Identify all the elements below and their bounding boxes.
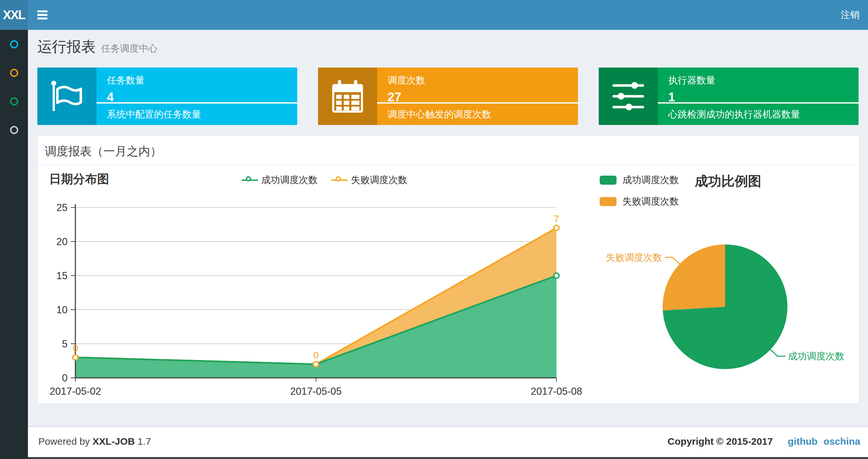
powered-by-text: Powered by XXL-JOB 1.7	[38, 436, 151, 447]
pie-chart-legend: 成功调度次数失败调度次数	[600, 174, 679, 217]
sliders-icon	[599, 67, 658, 125]
github-link[interactable]: github	[788, 436, 818, 447]
x-tick-label: 2017-05-08	[531, 386, 583, 397]
sidebar-nav	[0, 30, 28, 459]
report-panel: 调度报表（一月之内） 日期分布图 成功调度次数失败调度次数 0510152025…	[37, 135, 859, 403]
data-label: 0	[73, 343, 78, 354]
logout-link[interactable]: 注销	[841, 0, 860, 30]
pie-chart-canvas: 成功调度次数失败调度次数	[587, 214, 860, 396]
data-label: 7	[554, 213, 559, 224]
product-name: XXL-JOB	[93, 436, 135, 447]
pie-chart-title: 成功比例图	[671, 172, 785, 190]
circle-icon	[10, 97, 18, 105]
pie-label-line	[770, 349, 785, 356]
stat-desc: 心跳检测成功的执行器机器数量	[668, 108, 800, 121]
sidebar-item-joblog[interactable]	[0, 87, 28, 116]
data-label: 0	[313, 350, 319, 360]
copyright-text: Copyright © 2015-2017	[668, 436, 773, 447]
stat-label: 调度次数	[388, 74, 578, 87]
date-distribution-chart: 日期分布图 成功调度次数失败调度次数 05101520252017-05-022…	[38, 165, 587, 403]
legend-swatch-icon	[600, 197, 617, 206]
legend-swatch-icon	[600, 175, 617, 185]
y-tick-label: 20	[57, 236, 68, 248]
stat-label: 执行器数量	[668, 74, 859, 87]
divider	[658, 102, 859, 103]
circle-icon	[10, 126, 18, 134]
failed-point	[313, 362, 319, 367]
main-footer: Powered by XXL-JOB 1.7 Copyright © 2015-…	[28, 426, 868, 457]
y-tick-label: 5	[62, 338, 68, 350]
panel-body: 日期分布图 成功调度次数失败调度次数 05101520252017-05-022…	[38, 165, 859, 403]
page-title: 运行报表	[37, 38, 96, 55]
failed-point	[73, 355, 78, 360]
stat-card-triggers: 调度次数 27 调度中心触发的调度次数	[318, 67, 578, 125]
product-version: 1.7	[137, 436, 151, 447]
sidebar-item-jobs[interactable]	[0, 59, 28, 87]
stat-desc: 调度中心触发的调度次数	[388, 108, 491, 121]
success-point	[554, 273, 559, 278]
legend-label: 成功调度次数	[622, 174, 679, 187]
pie-label-line	[665, 257, 680, 265]
pie-slice-label: 失败调度次数	[606, 252, 662, 263]
y-tick-label: 0	[62, 372, 68, 384]
panel-header: 调度报表（一月之内）	[38, 136, 859, 165]
x-tick-label: 2017-05-05	[290, 386, 342, 397]
stat-card-jobs: 任务数量 4 系统中配置的任务数量	[37, 67, 297, 125]
circle-icon	[10, 69, 18, 77]
y-tick-label: 10	[57, 304, 68, 316]
divider	[377, 102, 578, 103]
pie-slice	[663, 244, 725, 310]
footer-right: Copyright © 2015-2017githuboschina	[668, 436, 860, 447]
pie-slice-label: 成功调度次数	[788, 351, 844, 361]
y-tick-label: 25	[57, 202, 68, 213]
x-tick-label: 2017-05-02	[50, 386, 101, 397]
app-logo[interactable]: XXL	[0, 0, 28, 30]
window-bottom-edge	[28, 457, 868, 459]
stat-label: 任务数量	[107, 74, 297, 87]
y-tick-label: 15	[57, 270, 68, 282]
sidebar-toggle-button[interactable]	[30, 0, 55, 30]
xxl-job-dashboard: XXL 注销 运行报表任务调度中心	[0, 0, 868, 459]
oschina-link[interactable]: oschina	[824, 436, 860, 447]
sidebar-item-report[interactable]	[0, 30, 28, 59]
legend-label: 失败调度次数	[622, 195, 679, 208]
legend-item[interactable]: 失败调度次数	[600, 195, 679, 208]
flag-icon	[37, 67, 96, 125]
page-subtitle: 任务调度中心	[101, 43, 158, 54]
circle-icon	[10, 40, 18, 48]
panel-title: 调度报表（一月之内）	[45, 143, 162, 159]
page-header: 运行报表任务调度中心	[37, 37, 158, 57]
stat-card-executors: 执行器数量 1 心跳检测成功的执行器机器数量	[599, 67, 859, 125]
sidebar-item-executor[interactable]	[0, 116, 28, 144]
hamburger-icon	[37, 10, 48, 20]
success-ratio-chart: 成功调度次数失败调度次数 成功比例图 成功调度次数失败调度次数	[587, 165, 860, 403]
area-chart-canvas: 05101520252017-05-022017-05-052017-05-08…	[38, 182, 587, 403]
failed-point	[554, 225, 559, 230]
divider	[96, 102, 297, 103]
top-navbar: XXL 注销	[0, 0, 868, 30]
stat-desc: 系统中配置的任务数量	[107, 108, 201, 121]
calendar-icon	[318, 67, 377, 125]
legend-item[interactable]: 成功调度次数	[600, 174, 679, 187]
